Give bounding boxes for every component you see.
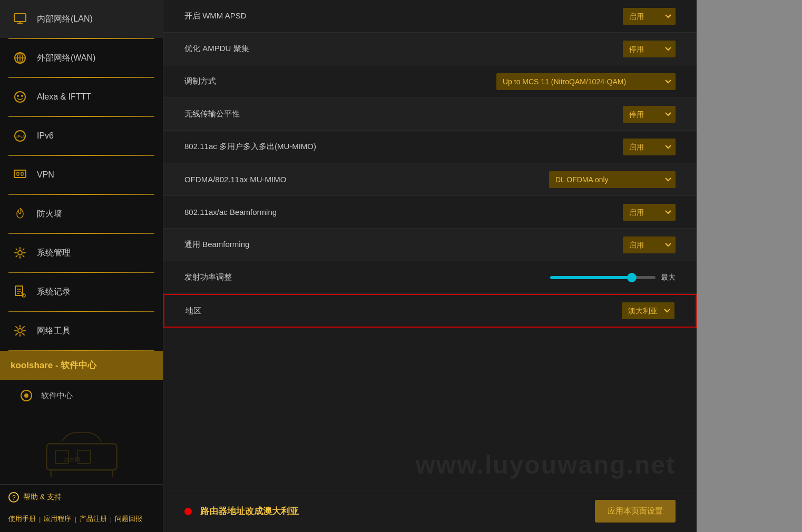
fire-icon bbox=[11, 204, 30, 223]
sidebar-section-koolshare: koolshare - 软件中心 bbox=[0, 351, 163, 380]
tx-power-max-label: 最大 bbox=[661, 273, 676, 282]
setting-row-tx-power: 发射功率调整 最大 bbox=[163, 261, 697, 294]
svg-line-24 bbox=[16, 327, 17, 328]
monitor-icon bbox=[11, 9, 30, 28]
sidebar-item-lan[interactable]: 内部网络(LAN) bbox=[0, 0, 163, 38]
link-report[interactable]: 问题回报 bbox=[115, 514, 142, 524]
svg-rect-18 bbox=[15, 286, 23, 295]
svg-rect-30 bbox=[46, 444, 116, 470]
sidebar-label-sysadmin: 系统管理 bbox=[37, 248, 71, 259]
svg-text:IPv6: IPv6 bbox=[16, 134, 25, 139]
sidebar-item-alexa[interactable]: Alexa & IFTTT bbox=[0, 78, 163, 116]
svg-rect-15 bbox=[17, 172, 19, 175]
svg-rect-14 bbox=[14, 170, 26, 178]
svg-rect-0 bbox=[14, 14, 26, 22]
sidebar-item-ipv6[interactable]: IPv6 IPv6 bbox=[0, 117, 163, 155]
setting-row-airtime: 无线传输公平性 启用 停用 bbox=[163, 98, 697, 131]
apply-button[interactable]: 应用本页面设置 bbox=[595, 500, 676, 523]
label-region: 地区 bbox=[185, 306, 622, 316]
voice-icon bbox=[11, 87, 30, 106]
main-content: 开启 WMM APSD 启用 停用 优化 AMPDU 聚集 启用 停用 调制方式 bbox=[163, 0, 697, 532]
svg-line-25 bbox=[23, 333, 24, 335]
sidebar-label-softcenter: 软件中心 bbox=[41, 391, 73, 401]
sidebar-label-alexa: Alexa & IFTTT bbox=[37, 92, 91, 102]
setting-row-ofdma: OFDMA/802.11ax MU-MIMO DL OFDMA only DL+… bbox=[163, 163, 697, 196]
select-mumimo[interactable]: 启用 停用 bbox=[623, 139, 676, 155]
svg-point-23 bbox=[18, 329, 22, 333]
svg-text:路由网: 路由网 bbox=[64, 457, 80, 462]
select-wmm-apsd[interactable]: 启用 停用 bbox=[623, 8, 676, 25]
setting-row-modulation: 调制方式 Up to MCS 11 (NitroQAM/1024-QAM) Up… bbox=[163, 65, 697, 98]
sidebar-label-firewall: 防火墙 bbox=[37, 209, 62, 220]
setting-row-mumimo: 802.11ac 多用户多入多出(MU-MIMO) 启用 停用 bbox=[163, 131, 697, 163]
slider-container: 最大 bbox=[550, 273, 676, 282]
sidebar-item-softcenter[interactable]: 软件中心 bbox=[0, 380, 163, 411]
svg-line-26 bbox=[16, 333, 17, 335]
control-ofdma: DL OFDMA only DL+UL OFDMA Disabled bbox=[549, 171, 676, 188]
link-register[interactable]: 产品注册 bbox=[80, 514, 107, 524]
gear-icon bbox=[11, 243, 30, 262]
setting-row-region: 地区 澳大利亚 中国 美国 欧洲 bbox=[163, 294, 697, 328]
question-icon: ? bbox=[8, 492, 19, 503]
sidebar-label-wan: 外部网络(WAN) bbox=[37, 53, 95, 64]
settings-table: 开启 WMM APSD 启用 停用 优化 AMPDU 聚集 启用 停用 调制方式 bbox=[163, 0, 697, 490]
footer-links: 使用手册 | 应用程序 | 产品注册 | 问题回报 bbox=[0, 510, 163, 532]
label-beamforming: 802.11ax/ac Beamforming bbox=[184, 208, 623, 216]
setting-row-ampdu: 优化 AMPDU 聚集 启用 停用 bbox=[163, 33, 697, 65]
svg-rect-32 bbox=[77, 450, 90, 464]
svg-text:?: ? bbox=[12, 494, 16, 501]
svg-point-17 bbox=[18, 251, 22, 255]
svg-point-9 bbox=[21, 95, 23, 97]
sidebar-label-lan: 内部网络(LAN) bbox=[37, 14, 93, 25]
svg-rect-16 bbox=[21, 172, 23, 175]
select-ampdu[interactable]: 启用 停用 bbox=[623, 41, 676, 57]
link-apps[interactable]: 应用程序 bbox=[44, 514, 71, 524]
svg-line-27 bbox=[23, 327, 24, 328]
setting-row-gen-beamforming: 通用 Beamforming 启用 停用 bbox=[163, 229, 697, 261]
select-modulation[interactable]: Up to MCS 11 (NitroQAM/1024-QAM) Up to M… bbox=[496, 73, 676, 90]
control-airtime: 启用 停用 bbox=[623, 106, 676, 123]
tools-icon bbox=[11, 321, 30, 340]
label-mumimo: 802.11ac 多用户多入多出(MU-MIMO) bbox=[184, 142, 623, 152]
control-ampdu: 启用 停用 bbox=[623, 41, 676, 57]
link-manual[interactable]: 使用手册 bbox=[8, 514, 36, 524]
select-region[interactable]: 澳大利亚 中国 美国 欧洲 bbox=[622, 302, 674, 319]
select-ofdma[interactable]: DL OFDMA only DL+UL OFDMA Disabled bbox=[549, 171, 676, 188]
control-mumimo: 启用 停用 bbox=[623, 139, 676, 155]
sidebar-footer: ? 帮助 & 支持 bbox=[0, 484, 163, 510]
label-gen-beamforming: 通用 Beamforming bbox=[184, 240, 623, 250]
setting-row-wmm-apsd: 开启 WMM APSD 启用 停用 bbox=[163, 0, 697, 33]
control-tx-power: 最大 bbox=[550, 273, 676, 282]
sidebar-item-wan[interactable]: 外部网络(WAN) bbox=[0, 39, 163, 77]
action-text: 路由器地址改成澳大利亚 bbox=[200, 505, 299, 517]
control-wmm-apsd: 启用 停用 bbox=[623, 8, 676, 25]
sidebar-label-vpn: VPN bbox=[37, 170, 54, 180]
control-beamforming: 启用 停用 bbox=[623, 204, 676, 221]
svg-point-29 bbox=[24, 393, 28, 398]
sidebar-item-sysadmin[interactable]: 系统管理 bbox=[0, 234, 163, 272]
sidebar-label-nettools: 网络工具 bbox=[37, 326, 71, 337]
action-bar: 路由器地址改成澳大利亚 应用本页面设置 bbox=[163, 490, 697, 532]
red-dot bbox=[184, 508, 192, 515]
select-gen-beamforming[interactable]: 启用 停用 bbox=[623, 237, 676, 253]
sidebar-item-firewall[interactable]: 防火墙 bbox=[0, 195, 163, 233]
sidebar-item-nettools[interactable]: 网络工具 bbox=[0, 312, 163, 350]
sidebar-label-ipv6: IPv6 bbox=[37, 131, 54, 141]
tx-power-slider[interactable] bbox=[550, 276, 656, 279]
control-region: 澳大利亚 中国 美国 欧洲 bbox=[622, 302, 674, 319]
network-icon: IPv6 bbox=[11, 126, 30, 145]
label-tx-power: 发射功率调整 bbox=[184, 272, 550, 282]
sidebar-label-syslog: 系统记录 bbox=[37, 287, 71, 298]
select-beamforming[interactable]: 启用 停用 bbox=[623, 204, 676, 221]
svg-rect-31 bbox=[55, 450, 69, 464]
sidebar-item-syslog[interactable]: 系统记录 bbox=[0, 273, 163, 311]
label-wmm-apsd: 开启 WMM APSD bbox=[184, 11, 623, 21]
sidebar-item-vpn[interactable]: VPN bbox=[0, 156, 163, 194]
help-label: 帮助 & 支持 bbox=[23, 492, 62, 502]
right-panel bbox=[697, 0, 802, 532]
doc-icon bbox=[11, 282, 30, 301]
label-ofdma: OFDMA/802.11ax MU-MIMO bbox=[184, 175, 549, 184]
globe-icon bbox=[11, 48, 30, 67]
control-modulation: Up to MCS 11 (NitroQAM/1024-QAM) Up to M… bbox=[496, 73, 676, 90]
select-airtime[interactable]: 启用 停用 bbox=[623, 106, 676, 123]
